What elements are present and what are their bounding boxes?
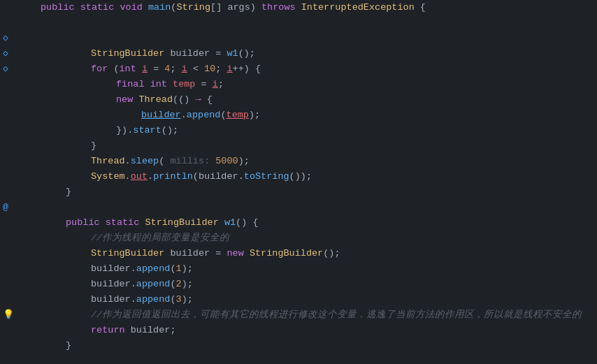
var-i2: i xyxy=(182,61,187,77)
param-hint-millis: millis: xyxy=(170,154,210,169)
fn-start: start xyxy=(133,123,161,138)
fn-append4: append xyxy=(136,292,171,307)
fn-append: append xyxy=(187,108,221,123)
type-string: String xyxy=(176,0,210,15)
code-line-3 xyxy=(41,31,597,46)
type-system: System xyxy=(91,169,125,184)
kw-for: for xyxy=(91,61,108,77)
kw-public: public xyxy=(41,0,75,15)
gutter-7 xyxy=(0,92,28,108)
code-line-12: System . out . println (builder. toStrin… xyxy=(41,169,597,184)
gutter-1 xyxy=(0,0,28,15)
code-content: public static void main ( String [] args… xyxy=(35,0,597,364)
code-line-9: }). start (); xyxy=(41,123,597,138)
kw-final: final xyxy=(116,77,145,92)
breakpoint-icon-3: ◇ xyxy=(3,31,8,46)
fn-w1-def: w1 xyxy=(224,215,236,231)
var-i4: i xyxy=(213,77,218,92)
gutter-15 xyxy=(0,215,28,231)
breakpoint-icon-5: ◇ xyxy=(3,62,8,77)
kw-static: static xyxy=(80,0,115,15)
gutter-12 xyxy=(0,169,28,184)
field-out: out xyxy=(131,169,148,184)
fn-tostring: toString xyxy=(244,169,289,184)
num-1: 1 xyxy=(176,261,182,277)
fn-println: println xyxy=(153,169,193,184)
gutter-19 xyxy=(0,277,28,292)
var-temp: temp xyxy=(173,77,195,92)
gutter-13 xyxy=(0,184,28,200)
gutter-16 xyxy=(0,231,28,246)
num-3: 3 xyxy=(176,292,182,307)
var-i1: i xyxy=(142,61,148,77)
code-line-17: StringBuilder builder = new StringBuilde… xyxy=(41,246,597,261)
gutter-23 xyxy=(0,338,28,354)
gutter-4: ◇ xyxy=(0,46,28,61)
code-line-7: new Thread (() → { xyxy=(41,92,597,108)
type-sb2: StringBuilder xyxy=(145,215,218,231)
kw-return: return xyxy=(91,323,125,338)
fn-main: main xyxy=(148,0,171,15)
type-thread2: Thread xyxy=(91,154,125,169)
num-5000: 5000 xyxy=(215,154,238,169)
comment-2: //作为返回值返回出去，可能有其它的线程进行修改这个变量，逃逸了当前方法的作用区… xyxy=(91,307,582,323)
fn-append3: append xyxy=(136,277,171,292)
type-thread: Thread xyxy=(138,92,173,108)
num-2: 2 xyxy=(176,277,182,292)
gutter-9 xyxy=(0,123,28,138)
gutter-21: 💡 xyxy=(0,307,28,323)
num-10: 10 xyxy=(204,61,215,77)
code-line-5: for ( int i = 4 ; i < 10 ; i ++) { xyxy=(41,61,597,77)
comment-1: //作为线程的局部变量是安全的 xyxy=(91,231,229,246)
bulb-icon: 💡 xyxy=(3,308,14,323)
gutter-11 xyxy=(0,154,28,169)
code-line-14 xyxy=(41,200,597,215)
gutter-14: @ xyxy=(0,200,28,215)
gutter-5: ◇ xyxy=(0,61,28,77)
kw-new: new xyxy=(116,92,133,108)
code-line-15: public static StringBuilder w1 () { xyxy=(41,215,597,231)
kw-public2: public xyxy=(66,215,100,231)
type-sb4: StringBuilder xyxy=(250,246,323,261)
code-line-19: builder. append ( 2 ); xyxy=(41,277,597,292)
gutter-18 xyxy=(0,261,28,277)
code-line-6: final int temp = i ; xyxy=(41,77,597,92)
var-builder-underline: builder xyxy=(141,108,181,123)
var-i3: i xyxy=(227,61,233,77)
gutter-20 xyxy=(0,292,28,307)
code-editor: ◇ ◇ ◇ @ 💡 public xyxy=(0,0,597,364)
kw-int2: int xyxy=(150,77,167,92)
code-line-22: return builder; xyxy=(41,323,597,338)
kw-new2: new xyxy=(226,246,243,261)
fn-w1: w1 xyxy=(226,46,238,61)
code-line-23: } xyxy=(41,338,597,354)
arrow: → xyxy=(195,92,201,108)
gutter-3: ◇ xyxy=(0,31,28,46)
fn-sleep: sleep xyxy=(131,154,159,169)
gutter-8 xyxy=(0,108,28,123)
kw-static2: static xyxy=(106,215,140,231)
code-line-1: public static void main ( String [] args… xyxy=(41,0,597,15)
type-sb: StringBuilder xyxy=(91,46,164,61)
code-line-8: builder . append ( temp ); xyxy=(41,108,597,123)
gutter-6 xyxy=(0,77,28,92)
type-interrupted: InterruptedException xyxy=(301,0,415,15)
at-icon: @ xyxy=(3,201,8,215)
code-line-18: builder. append ( 1 ); xyxy=(41,261,597,277)
code-line-10: } xyxy=(41,138,597,154)
code-line-11: Thread . sleep ( millis: 5000 ); xyxy=(41,154,597,169)
kw-int: int xyxy=(120,61,136,77)
gutter-22 xyxy=(0,323,28,338)
code-line-20: builder. append ( 3 ); xyxy=(41,292,597,307)
code-line-16: //作为线程的局部变量是安全的 xyxy=(41,231,597,246)
gutter-10 xyxy=(0,138,28,154)
gutter-17 xyxy=(0,246,28,261)
var-temp-underline: temp xyxy=(226,108,249,123)
num-4: 4 xyxy=(164,61,170,77)
code-line-21: //作为返回值返回出去，可能有其它的线程进行修改这个变量，逃逸了当前方法的作用区… xyxy=(41,307,597,323)
code-line-2 xyxy=(41,15,597,31)
fn-append2: append xyxy=(136,261,171,277)
line-numbers: ◇ ◇ ◇ @ 💡 xyxy=(0,0,35,364)
code-line-13: } xyxy=(41,184,597,200)
gutter-2 xyxy=(0,15,28,31)
